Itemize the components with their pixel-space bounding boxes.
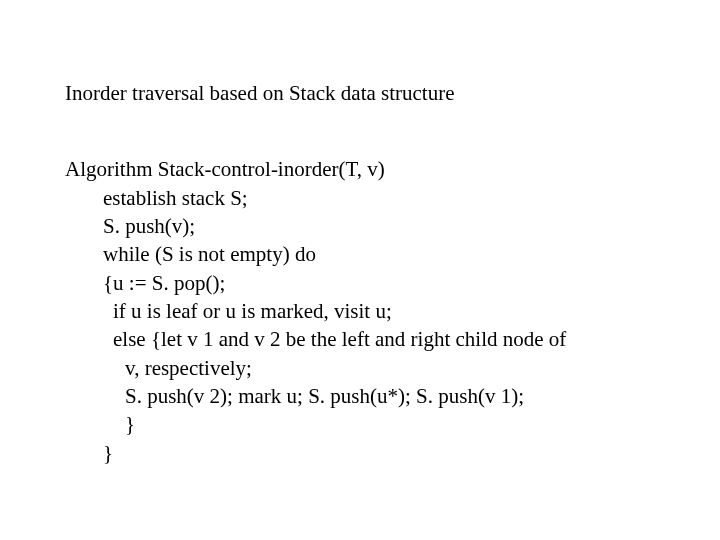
slide-title: Inorder traversal based on Stack data st… xyxy=(65,80,660,107)
algorithm-block: Algorithm Stack-control-inorder(T, v) es… xyxy=(65,155,660,467)
algorithm-line: S. push(v 2); mark u; S. push(u*); S. pu… xyxy=(65,382,660,410)
algorithm-line: if u is leaf or u is marked, visit u; xyxy=(65,297,660,325)
algorithm-line: establish stack S; xyxy=(65,184,660,212)
algorithm-line: while (S is not empty) do xyxy=(65,240,660,268)
algorithm-line: } xyxy=(65,410,660,438)
algorithm-line: else {let v 1 and v 2 be the left and ri… xyxy=(65,325,660,353)
algorithm-header: Algorithm Stack-control-inorder(T, v) xyxy=(65,155,660,183)
algorithm-line: {u := S. pop(); xyxy=(65,269,660,297)
algorithm-line: S. push(v); xyxy=(65,212,660,240)
algorithm-line: } xyxy=(65,439,660,467)
algorithm-line: v, respectively; xyxy=(65,354,660,382)
slide: Inorder traversal based on Stack data st… xyxy=(0,0,720,540)
